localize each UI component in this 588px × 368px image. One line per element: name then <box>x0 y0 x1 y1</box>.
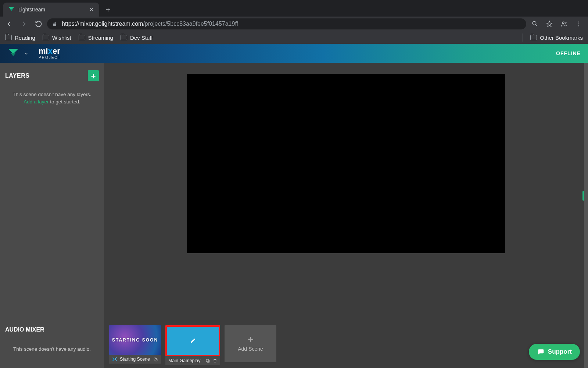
svg-marker-11 <box>11 53 15 56</box>
bookmark-star-icon[interactable] <box>543 18 556 30</box>
add-scene-button[interactable]: Add Scene <box>225 325 276 362</box>
layers-empty-state: This scene doesn't have any layers. Add … <box>5 91 99 105</box>
reload-button[interactable] <box>32 18 45 30</box>
kebab-menu-icon[interactable] <box>573 18 585 30</box>
folder-icon <box>43 35 49 40</box>
forward-button[interactable] <box>18 18 30 30</box>
svg-rect-15 <box>206 359 209 362</box>
folder-icon <box>79 35 85 40</box>
folder-icon <box>530 35 537 40</box>
scene-canvas[interactable] <box>187 74 505 253</box>
scene-thumbnail-selected[interactable] <box>165 325 220 356</box>
canvas-wrap <box>104 63 588 320</box>
scene-name: Main Gameplay <box>168 358 203 363</box>
scene-label-bar: Starting Scene <box>109 355 161 364</box>
back-button[interactable] <box>3 18 15 30</box>
folder-icon <box>5 35 12 40</box>
url-main: https://mixer.golightstream.com <box>62 21 143 27</box>
svg-marker-4 <box>547 21 552 26</box>
scene-name: Starting Scene <box>120 357 151 362</box>
scene-overlay-text: STARTING SOON <box>112 337 158 343</box>
folder-icon <box>121 35 127 40</box>
svg-rect-14 <box>207 360 209 362</box>
app-header: mixer PROJECT OFFLINE <box>0 44 588 63</box>
audio-mixer-heading: AUDIO MIXER <box>5 326 99 333</box>
lock-icon <box>52 21 57 26</box>
duplicate-scene-icon[interactable] <box>205 358 210 363</box>
content-area: STARTING SOON Starting Scene <box>104 63 588 368</box>
browser-tab-bar: Lightstream ✕ ＋ <box>0 0 588 17</box>
svg-point-3 <box>533 21 536 25</box>
layers-heading: LAYERS <box>5 72 29 79</box>
close-tab-icon[interactable]: ✕ <box>89 6 94 13</box>
vertical-scrollbar[interactable] <box>584 63 588 368</box>
bookmarks-bar: Reading Wishlist Streaming Dev Stuff Oth… <box>0 31 588 44</box>
scene-thumbnail[interactable]: STARTING SOON <box>109 325 161 355</box>
scene-card-starting[interactable]: STARTING SOON Starting Scene <box>109 325 161 364</box>
svg-point-7 <box>578 21 580 22</box>
mixer-icon <box>112 357 117 362</box>
chat-icon <box>537 348 544 355</box>
support-label: Support <box>548 348 572 355</box>
url-path: /projects/5bcc83aa9fee5f01457a19ff <box>143 21 238 27</box>
new-tab-button[interactable]: ＋ <box>99 2 117 17</box>
svg-point-9 <box>578 25 580 26</box>
duplicate-scene-icon[interactable] <box>153 357 158 362</box>
svg-rect-12 <box>155 358 157 361</box>
pencil-icon <box>190 338 196 344</box>
bookmark-streaming[interactable]: Streaming <box>79 35 113 41</box>
add-layer-link[interactable]: Add a layer <box>24 99 49 105</box>
address-bar[interactable]: https://mixer.golightstream.com/projects… <box>47 18 526 29</box>
svg-point-8 <box>578 23 580 24</box>
svg-marker-1 <box>10 9 13 11</box>
bookmark-wishlist[interactable]: Wishlist <box>43 35 71 41</box>
project-dropdown-icon[interactable] <box>24 52 28 56</box>
scenes-strip: STARTING SOON Starting Scene <box>104 320 588 368</box>
delete-scene-icon[interactable] <box>213 358 217 363</box>
add-scene-card[interactable]: Add Scene <box>225 325 276 362</box>
svg-rect-13 <box>154 358 157 360</box>
divider <box>523 33 523 42</box>
audio-empty-state: This scene doesn't have any audio. <box>5 346 99 352</box>
scene-label-bar: Main Gameplay <box>165 356 220 365</box>
browser-toolbar: https://mixer.golightstream.com/projects… <box>0 17 588 31</box>
svg-point-5 <box>562 22 564 24</box>
support-button[interactable]: Support <box>529 344 580 360</box>
plus-icon <box>247 336 254 343</box>
bookmark-reading[interactable]: Reading <box>5 35 35 41</box>
profile-icon[interactable] <box>558 18 570 30</box>
svg-rect-2 <box>53 23 56 25</box>
search-page-icon[interactable] <box>528 18 541 30</box>
browser-tab-title: Lightstream <box>18 7 86 13</box>
lightstream-favicon <box>8 6 15 13</box>
stream-status: OFFLINE <box>556 50 581 56</box>
svg-point-6 <box>565 22 566 23</box>
scene-card-main-gameplay[interactable]: Main Gameplay <box>165 325 220 365</box>
add-scene-label: Add Scene <box>238 346 263 352</box>
lightstream-logo-icon[interactable] <box>7 47 19 59</box>
mixer-project-label: mixer PROJECT <box>39 47 61 60</box>
add-layer-button[interactable]: ＋ <box>88 70 99 81</box>
other-bookmarks[interactable]: Other Bookmarks <box>530 35 583 41</box>
app-main: LAYERS ＋ This scene doesn't have any lay… <box>0 63 588 368</box>
browser-tab[interactable]: Lightstream ✕ <box>3 3 99 17</box>
bookmark-devstuff[interactable]: Dev Stuff <box>121 35 153 41</box>
sidebar: LAYERS ＋ This scene doesn't have any lay… <box>0 63 104 368</box>
